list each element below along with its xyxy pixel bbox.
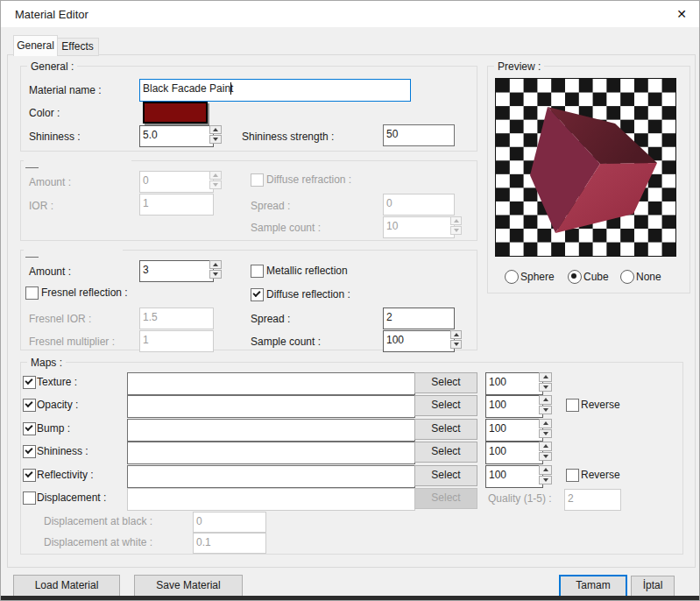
preview-group-label: Preview : xyxy=(494,60,544,73)
shininess-map-path-input[interactable] xyxy=(127,442,415,464)
displacement-at-white-label: Displacement at white : xyxy=(44,536,152,548)
radio-none[interactable] xyxy=(620,270,634,284)
reflectivity-map-label: Reflectivity : xyxy=(37,469,94,481)
diffuse-reflection-checkbox[interactable] xyxy=(251,288,264,301)
transparency-sample-count-input[interactable]: 10 xyxy=(383,216,455,238)
quality-input[interactable]: 2 xyxy=(564,489,621,511)
spin-down-icon[interactable] xyxy=(450,226,462,235)
shininess-map-amount-input[interactable]: 100 xyxy=(485,442,543,464)
opacity-amount-stepper[interactable] xyxy=(539,395,552,414)
spin-up-icon[interactable] xyxy=(539,465,552,475)
spin-up-icon[interactable] xyxy=(209,171,222,180)
displacement-path-input[interactable] xyxy=(127,488,415,511)
shininess-map-amount-stepper[interactable] xyxy=(539,442,552,461)
reflectivity-sample-count-stepper[interactable] xyxy=(450,330,462,349)
title-bar: Material Editor ✕ xyxy=(1,1,699,27)
texture-amount-stepper[interactable] xyxy=(539,372,552,392)
diffuse-reflection-label: Diffuse reflection : xyxy=(266,288,350,300)
spin-down-icon[interactable] xyxy=(209,135,222,144)
shininess-stepper[interactable] xyxy=(209,125,222,144)
cancel-button[interactable]: İptal xyxy=(631,576,675,597)
shininess-map-select-button[interactable]: Select xyxy=(414,442,477,463)
opacity-amount-input[interactable]: 100 xyxy=(485,395,543,418)
fresnel-ior-input[interactable]: 1.5 xyxy=(139,308,214,329)
reflectivity-reverse-checkbox[interactable] xyxy=(566,469,579,482)
spin-up-icon[interactable] xyxy=(539,419,552,428)
fresnel-reflection-checkbox[interactable] xyxy=(25,286,39,300)
reflectivity-amount-input[interactable]: 3 xyxy=(139,260,214,282)
radio-sphere[interactable] xyxy=(505,270,519,284)
shininess-input[interactable]: 5.0 xyxy=(139,125,214,147)
spin-up-icon[interactable] xyxy=(209,125,222,134)
displacement-select-button[interactable]: Select xyxy=(414,488,477,509)
color-swatch[interactable] xyxy=(143,102,208,124)
spin-down-icon[interactable] xyxy=(450,340,462,349)
transparency-header xyxy=(24,154,131,167)
spin-down-icon[interactable] xyxy=(209,180,222,189)
texture-select-button[interactable]: Select xyxy=(414,372,477,393)
spin-down-icon[interactable] xyxy=(539,476,552,485)
reflectivity-spread-input[interactable]: 2 xyxy=(383,308,455,329)
reflectivity-spread-label: Spread : xyxy=(251,313,290,325)
diffuse-refraction-checkbox[interactable] xyxy=(251,173,264,187)
spin-up-icon[interactable] xyxy=(539,442,552,451)
bump-amount-stepper[interactable] xyxy=(539,419,552,438)
color-label: Color : xyxy=(29,107,60,119)
reflectivity-map-select-button[interactable]: Select xyxy=(414,465,477,486)
reflectivity-map-amount-stepper[interactable] xyxy=(539,465,552,484)
texture-checkbox[interactable] xyxy=(23,376,36,389)
transparency-amount-input[interactable]: 0 xyxy=(139,171,214,193)
spin-down-icon[interactable] xyxy=(539,452,552,462)
opacity-select-button[interactable]: Select xyxy=(414,395,477,416)
tab-effects[interactable]: Effects xyxy=(56,38,99,56)
texture-path-input[interactable] xyxy=(127,372,415,395)
transparency-sample-count-stepper[interactable] xyxy=(450,216,462,235)
transparency-spread-input[interactable]: 0 xyxy=(383,194,455,216)
spin-down-icon[interactable] xyxy=(539,406,552,415)
bump-amount-input[interactable]: 100 xyxy=(485,419,543,442)
shininess-strength-input[interactable]: 50 xyxy=(383,124,455,146)
spin-up-icon[interactable] xyxy=(539,395,552,405)
reflectivity-header xyxy=(24,244,123,257)
reflectivity-sample-count-input[interactable]: 100 xyxy=(383,330,455,352)
shininess-map-checkbox[interactable] xyxy=(23,445,36,458)
save-material-button[interactable]: Save Material xyxy=(134,575,243,597)
spin-down-icon[interactable] xyxy=(539,429,552,439)
spin-up-icon[interactable] xyxy=(539,372,552,382)
shininess-strength-label: Shininess strength : xyxy=(242,131,334,143)
opacity-path-input[interactable] xyxy=(127,395,415,418)
transparency-amount-stepper[interactable] xyxy=(209,171,222,189)
text-caret xyxy=(230,82,231,95)
opacity-reverse-checkbox[interactable] xyxy=(566,399,579,412)
displacement-at-black-input[interactable]: 0 xyxy=(193,512,266,533)
spin-up-icon[interactable] xyxy=(450,216,462,225)
metallic-reflection-checkbox[interactable] xyxy=(251,265,264,278)
spin-down-icon[interactable] xyxy=(209,270,222,279)
fresnel-ior-label: Fresnel IOR : xyxy=(29,313,91,325)
spin-down-icon[interactable] xyxy=(539,383,552,392)
reflectivity-map-path-input[interactable] xyxy=(127,465,415,488)
bump-checkbox[interactable] xyxy=(23,422,36,435)
fresnel-reflection-label: Fresnel reflection : xyxy=(41,286,128,299)
reflectivity-map-checkbox[interactable] xyxy=(23,469,36,482)
bump-path-input[interactable] xyxy=(127,419,415,442)
opacity-checkbox[interactable] xyxy=(23,399,36,412)
bump-select-button[interactable]: Select xyxy=(414,419,477,440)
texture-amount-input[interactable]: 100 xyxy=(485,372,543,395)
tab-general[interactable]: General xyxy=(13,35,58,56)
reflectivity-map-amount-input[interactable]: 100 xyxy=(485,465,543,488)
radio-cube[interactable] xyxy=(568,270,582,284)
radio-cube-label: Cube xyxy=(583,271,609,283)
fresnel-multiplier-input[interactable]: 1 xyxy=(139,330,214,352)
load-material-button[interactable]: Load Material xyxy=(13,575,120,597)
close-icon[interactable]: ✕ xyxy=(668,2,696,26)
spin-up-icon[interactable] xyxy=(450,330,462,339)
spin-up-icon[interactable] xyxy=(209,260,222,269)
displacement-checkbox[interactable] xyxy=(23,491,36,505)
material-name-input[interactable]: Black Facade Paint xyxy=(139,79,411,102)
maps-group-label: Maps : xyxy=(27,357,66,369)
reflectivity-amount-stepper[interactable] xyxy=(209,260,222,279)
window-bottom-edge xyxy=(1,596,699,600)
displacement-at-white-input[interactable]: 0.1 xyxy=(193,533,266,554)
ior-input[interactable]: 1 xyxy=(139,194,214,216)
